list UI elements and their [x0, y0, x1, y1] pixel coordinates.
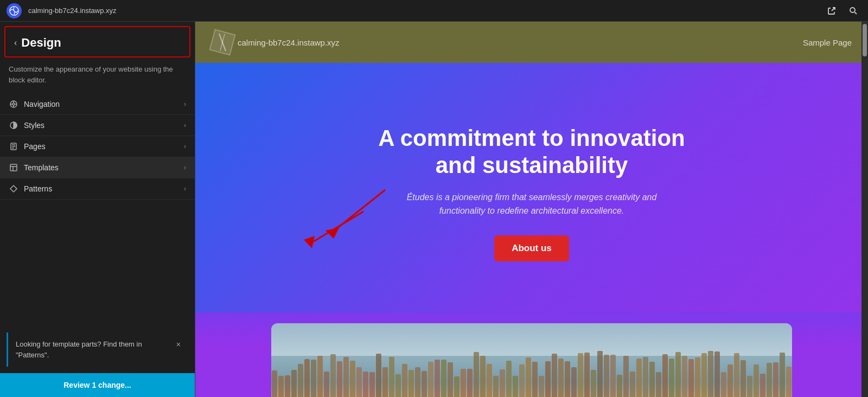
- svg-line-16: [215, 34, 230, 51]
- site-logo: [209, 29, 236, 56]
- topbar-actions: [824, 3, 861, 19]
- styles-icon: [9, 120, 18, 130]
- main-area: ‹ Design Customize the appearance of you…: [0, 22, 868, 397]
- patterns-icon: [9, 184, 18, 194]
- sidebar-item-pages[interactable]: Pages ›: [0, 136, 195, 157]
- search-icon[interactable]: [845, 3, 861, 19]
- top-bar: calming-bb7c24.instawp.xyz: [0, 0, 868, 22]
- pages-item-left: Pages: [9, 142, 46, 151]
- site-logo-area: calming-bb7c24.instawp.xyz: [212, 31, 340, 53]
- svg-point-3: [12, 103, 15, 105]
- site-header: calming-bb7c24.instawp.xyz Sample Page: [195, 22, 868, 63]
- notification-close-button[interactable]: ×: [176, 340, 181, 349]
- sidebar-item-templates[interactable]: Templates ›: [0, 157, 195, 178]
- template-notification: Looking for template parts? Find them in…: [7, 332, 188, 367]
- hero-section: A commitment to innovation and sustainab…: [195, 63, 868, 312]
- pages-icon: [9, 142, 18, 151]
- patterns-item-left: Patterns: [9, 184, 52, 194]
- hero-title: A commitment to innovation and sustainab…: [369, 125, 694, 180]
- svg-point-1: [850, 8, 855, 12]
- notification-text: Looking for template parts? Find them in…: [16, 339, 172, 360]
- pages-label: Pages: [24, 142, 46, 151]
- design-header: ‹ Design: [4, 26, 190, 57]
- hero-subtitle: Études is a pioneering firm that seamles…: [396, 190, 667, 218]
- templates-icon: [9, 163, 18, 172]
- back-button[interactable]: ‹: [14, 38, 17, 48]
- sidebar-description: Customize the appearance of your website…: [0, 62, 195, 94]
- scrollbar-thumb[interactable]: [863, 24, 867, 56]
- sample-page-link[interactable]: Sample Page: [803, 38, 852, 47]
- preview-area: calming-bb7c24.instawp.xyz Sample Page A…: [195, 22, 868, 397]
- navigation-label: Navigation: [24, 100, 60, 108]
- sidebar-item-navigation[interactable]: Navigation ›: [0, 94, 195, 115]
- external-link-icon[interactable]: [824, 3, 840, 19]
- hero-cta-button[interactable]: About us: [494, 235, 569, 261]
- templates-item-left: Templates: [9, 163, 59, 172]
- building-image: // We'll create facade lines via JS belo…: [271, 323, 792, 397]
- building-section: // We'll create facade lines via JS belo…: [195, 312, 868, 397]
- navigation-icon: [9, 99, 18, 109]
- sidebar: ‹ Design Customize the appearance of you…: [0, 22, 195, 397]
- patterns-label: Patterns: [24, 184, 52, 193]
- styles-item-left: Styles: [9, 120, 44, 130]
- review-button[interactable]: Review 1 change...: [0, 373, 195, 397]
- styles-chevron: ›: [184, 121, 186, 129]
- wp-logo[interactable]: [7, 3, 22, 18]
- nav-item-left: Navigation: [9, 99, 60, 109]
- preview-scrollbar[interactable]: [861, 22, 868, 397]
- styles-label: Styles: [24, 121, 44, 130]
- pages-chevron: ›: [184, 143, 186, 150]
- patterns-chevron: ›: [184, 185, 186, 193]
- navigation-chevron: ›: [184, 100, 186, 108]
- svg-line-17: [220, 34, 225, 51]
- sidebar-item-styles[interactable]: Styles ›: [0, 115, 195, 136]
- sidebar-title: Design: [21, 36, 61, 50]
- building-facade: // We'll create facade lines via JS belo…: [271, 350, 792, 397]
- sidebar-item-patterns[interactable]: Patterns ›: [0, 178, 195, 200]
- svg-rect-13: [10, 164, 17, 171]
- site-domain-label: calming-bb7c24.instawp.xyz: [238, 38, 340, 47]
- templates-label: Templates: [24, 163, 59, 172]
- templates-chevron: ›: [184, 164, 186, 171]
- sidebar-nav: Navigation › Styles ›: [0, 94, 195, 326]
- topbar-site-url: calming-bb7c24.instawp.xyz: [28, 7, 817, 15]
